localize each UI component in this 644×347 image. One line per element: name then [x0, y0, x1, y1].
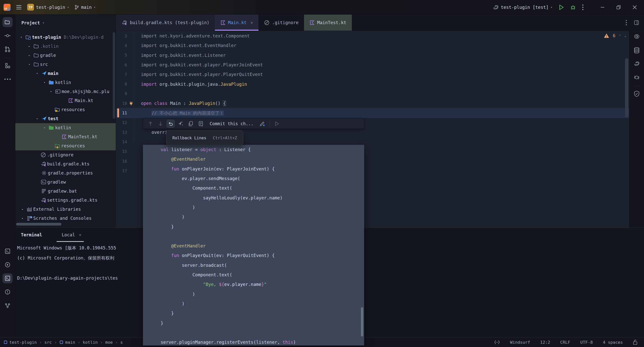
breadcrumb-test-plugin[interactable]: test-plugin	[4, 340, 37, 345]
run-config-widget[interactable]: test-plugin [test] ▾	[493, 5, 552, 10]
play-dim-button[interactable]	[273, 120, 281, 127]
tool-window-run[interactable]	[3, 260, 13, 270]
tree-item-kotlin[interactable]: ▾kotlin	[15, 123, 116, 132]
tool-window-database[interactable]	[632, 45, 642, 55]
tree-item-maintest.kt[interactable]: MainTest.kt	[15, 132, 116, 141]
next-problem-icon[interactable]: ⌃	[624, 34, 626, 38]
line-number[interactable]: 17	[116, 168, 127, 173]
tree-item-gradle.properties[interactable]: gradle.properties	[15, 168, 116, 178]
chevron-down-icon[interactable]: ▾	[36, 117, 41, 120]
chevron-down-icon[interactable]: ▾	[28, 63, 33, 66]
tree-item-scratches-and-consoles[interactable]: ▸Scratches and Consoles	[15, 214, 116, 223]
rollback-button[interactable]	[167, 120, 174, 127]
chevron-down-icon[interactable]: ▾	[36, 72, 41, 75]
line-number[interactable]: 5	[116, 53, 127, 58]
tree-item-src[interactable]: ▾src	[15, 60, 116, 69]
tree-item-main.kt[interactable]: Main.kt	[15, 96, 116, 105]
close-icon[interactable]: ✕	[251, 20, 253, 25]
tree-item-settings.gradle.kts[interactable]: settings.gradle.kts	[15, 196, 116, 205]
breadcrumb-s[interactable]: s	[120, 340, 123, 345]
tool-window-project-folder[interactable]	[3, 17, 13, 27]
tree-item-moe.skjsjhb.mc.plu[interactable]: ▾moe.skjsjhb.mc.plu	[15, 87, 116, 96]
status-utf-8[interactable]: UTF-8	[580, 340, 593, 345]
terminal-tab-local[interactable]: Local ✕	[62, 228, 81, 242]
line-number[interactable]: 9	[116, 91, 127, 96]
tool-window-services[interactable]	[3, 246, 13, 256]
chevron-down-icon[interactable]: ▾	[20, 35, 25, 39]
status-windsurf[interactable]: Windsurf	[510, 340, 530, 345]
line-number[interactable]: 13	[116, 130, 127, 135]
tool-window-gradle[interactable]	[632, 59, 642, 69]
tree-item-external-libraries[interactable]: ▸External Libraries	[15, 205, 116, 214]
tool-window-version-control[interactable]	[3, 300, 13, 311]
maximize-button[interactable]	[616, 5, 621, 10]
tool-window-shield-check[interactable]	[632, 89, 642, 99]
tree-item-.kotlin[interactable]: ▸.kotlin	[15, 42, 116, 51]
tool-window-problems[interactable]	[3, 287, 13, 297]
preview-diff-button[interactable]	[197, 120, 205, 127]
chevron-down-icon[interactable]: ▾	[44, 81, 49, 84]
chevron-right-icon[interactable]: ▸	[22, 207, 27, 211]
status-4-spaces[interactable]: 4 spaces	[603, 340, 623, 345]
chevron-right-icon[interactable]: ▸	[22, 216, 27, 220]
chevron-right-icon[interactable]: ▸	[28, 54, 33, 57]
gutter-change-marker[interactable]	[117, 108, 119, 117]
main-menu-icon[interactable]	[16, 5, 22, 10]
tool-window-structure[interactable]	[3, 61, 13, 71]
tree-item-main[interactable]: ▾main	[15, 69, 116, 78]
line-number[interactable]: 12	[116, 120, 127, 125]
arrow-down-button[interactable]	[157, 120, 164, 127]
commit-message-field[interactable]: Commit this ch...	[210, 121, 253, 126]
tree-item-resources[interactable]: resources	[15, 141, 116, 150]
lock-open-icon[interactable]	[633, 339, 637, 345]
tab-build.gradle.kts-test-plugin-[interactable]: build.gradle.kts (test-plugin)	[116, 15, 215, 31]
tree-item-test[interactable]: ▾test	[15, 114, 116, 123]
breadcrumb-main[interactable]: main	[59, 340, 75, 345]
minimize-button[interactable]	[600, 5, 605, 10]
tree-item-resources[interactable]: resources	[15, 105, 116, 114]
status-crlf[interactable]: CRLF	[560, 340, 570, 345]
line-number[interactable]: 15	[116, 149, 127, 154]
breadcrumb-src[interactable]: src	[44, 340, 52, 345]
tool-window-commit[interactable]	[3, 31, 13, 41]
terminal-title[interactable]: Terminal	[21, 232, 42, 237]
tree-item-.gitignore[interactable]: .gitignore	[15, 150, 116, 159]
more-actions-icon[interactable]	[582, 4, 584, 10]
tree-item-gradlew.bat[interactable]: gradlew.bat	[15, 187, 116, 196]
tab-.gitignore[interactable]: .gitignore	[258, 15, 304, 31]
tree-item-gradlew[interactable]: gradlew	[15, 178, 116, 187]
project-widget[interactable]: TP test-plugin ▾	[27, 4, 69, 11]
tree-horizontal-scrollbar[interactable]	[16, 223, 61, 226]
editor-scrollbar[interactable]	[625, 58, 628, 117]
chevron-down-icon[interactable]: ▾	[44, 126, 49, 129]
project-panel-header[interactable]: Project ▾	[15, 15, 116, 31]
tool-window-ai-assistant[interactable]	[632, 32, 642, 42]
close-icon[interactable]: ✕	[79, 233, 81, 237]
chevron-right-icon[interactable]: ▸	[28, 45, 33, 48]
tree-item-test-plugin[interactable]: ▾test-plugin D:\Dev\plugin-d	[15, 33, 116, 42]
breadcrumb-moe[interactable]: moe	[105, 340, 113, 345]
code-braces-icon[interactable]	[494, 340, 500, 344]
tab-options-icon[interactable]	[626, 20, 627, 25]
run-button[interactable]	[559, 5, 564, 10]
tree-item-build.gradle.kts[interactable]: build.gradle.kts	[15, 159, 116, 168]
edit-pencil-button[interactable]	[258, 120, 266, 127]
line-number[interactable]: 4	[116, 43, 127, 48]
breadcrumb-kotlin[interactable]: kotlin	[83, 340, 98, 345]
layout-widget-icon[interactable]	[634, 20, 639, 25]
tab-main.kt[interactable]: Main.kt✕	[215, 15, 258, 31]
line-number[interactable]: 14	[116, 140, 127, 144]
jump-to-source-button[interactable]	[177, 120, 184, 127]
breadcrumb[interactable]: test-plugin›src›main›kotlin›moe›s	[0, 340, 123, 345]
vcs-branch-widget[interactable]: main ▾	[74, 5, 95, 10]
tab-maintest.kt[interactable]: MainTest.kt	[304, 15, 352, 31]
line-number[interactable]: 7	[116, 72, 127, 77]
prev-problem-icon[interactable]: ⌃	[619, 34, 621, 38]
copy-button[interactable]	[187, 120, 195, 127]
status-12-2[interactable]: 12:2	[540, 340, 550, 345]
plug-icon[interactable]	[129, 101, 134, 106]
tree-item-gradle[interactable]: ▸gradle	[15, 51, 116, 60]
line-number[interactable]: 16	[116, 159, 127, 164]
tool-window-pull-requests[interactable]	[3, 44, 13, 54]
inspections-widget[interactable]: 6 ⌃ ⌃	[604, 33, 626, 38]
